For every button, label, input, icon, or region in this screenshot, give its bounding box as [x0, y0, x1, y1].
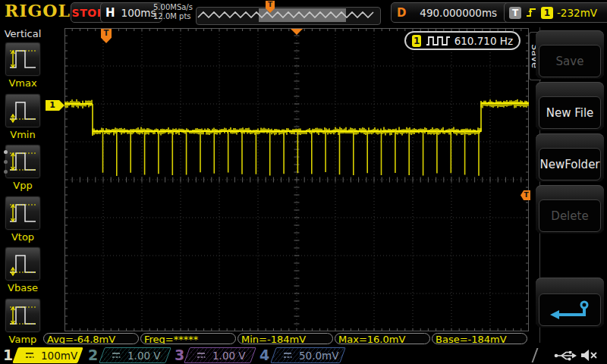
- left-menu-item-vbase[interactable]: Vbase: [0, 246, 46, 293]
- trigger-source-badge: 1: [541, 7, 553, 19]
- menu-page-dot-2: [4, 160, 8, 164]
- channel-2-scale: 1.00 V: [127, 350, 161, 362]
- measurement-results-row: Avg=-64.8mVFreq=*****Min=-184mVMax=16.0m…: [43, 333, 527, 344]
- vbase-button[interactable]: [5, 246, 41, 281]
- statusbar-divider: [532, 348, 539, 362]
- menu-item-label: Vmin: [10, 129, 35, 140]
- menu-item-label: Vpp: [13, 180, 32, 191]
- menu-slot: NewFolder: [536, 133, 604, 182]
- channel-1-scale: 100mV: [41, 350, 77, 362]
- dc-coupling-icon: [282, 351, 293, 359]
- record-waveform-preview: [197, 8, 379, 23]
- vpp-button[interactable]: [5, 144, 41, 179]
- left-menu-item-vmax[interactable]: Vmax: [0, 42, 46, 89]
- vmin-icon: [8, 96, 38, 125]
- menu-item-label: Vtop: [11, 231, 34, 243]
- left-menu-item-vmin[interactable]: Vmin: [0, 93, 46, 140]
- speaker-muted-icon: [580, 348, 599, 362]
- timebase-value: 100ms: [121, 7, 156, 19]
- trigger-level-value: -232mV: [557, 7, 597, 19]
- channel-2-tab[interactable]: 1.00 V: [102, 347, 168, 363]
- trigger-slope-rising-icon: [525, 6, 537, 19]
- channel-tab-content: 50.0mV: [273, 347, 343, 363]
- menu-item-label: Vamp: [9, 334, 37, 345]
- back-button-slot: [536, 278, 604, 328]
- back-button[interactable]: [539, 293, 601, 326]
- usb-icon: [554, 350, 578, 362]
- trigger-label: T: [509, 7, 521, 19]
- channel-2-number: 2: [88, 347, 98, 363]
- vmax-icon: [8, 45, 38, 74]
- left-menu-item-vamp[interactable]: Vamp: [0, 298, 46, 345]
- channel-4-tab[interactable]: 50.0mV: [273, 347, 343, 363]
- vbase-icon: [8, 249, 38, 278]
- trigger-status-box: T 1 -232mV: [504, 2, 607, 23]
- pulse-train-icon: [426, 34, 449, 47]
- channel-1-tab[interactable]: 100mV: [15, 347, 80, 363]
- counter-frequency-value: 610.710 Hz: [454, 35, 513, 47]
- graticule-and-waveform: [64, 28, 529, 331]
- oscilloscope-screen: RIGOL STOP H 100ms 5.00MSa/s 12.0M pts T…: [0, 0, 607, 364]
- channel-3-number: 3: [175, 347, 184, 363]
- frequency-counter: 1 610.710 Hz: [404, 31, 521, 50]
- measurement-readout: Avg=-64.8mV: [43, 333, 139, 344]
- acquisition-info: 5.00MSa/s 12.0M pts: [153, 3, 193, 21]
- channel-4-scale: 50.0mV: [299, 350, 338, 362]
- vamp-icon: [8, 301, 38, 330]
- softkey-new-file[interactable]: New File: [539, 96, 601, 129]
- channel-3-scale: 1.00 V: [212, 350, 246, 362]
- dc-coupling-icon: [196, 351, 206, 359]
- sample-rate: 5.00MSa/s: [153, 3, 193, 12]
- horizontal-label: H: [105, 6, 115, 20]
- measurement-readout: Min=-184mV: [237, 333, 333, 344]
- delay-box: D 490.000000ms: [391, 2, 511, 23]
- vmax-button[interactable]: [5, 42, 41, 77]
- vamp-button[interactable]: [5, 298, 41, 333]
- menu-slot: New File: [536, 82, 604, 130]
- delay-label: D: [397, 6, 406, 20]
- channel-3-tab[interactable]: 1.00 V: [187, 347, 253, 363]
- counter-channel-badge: 1: [412, 35, 421, 47]
- menu-slot: Save: [536, 30, 604, 79]
- dc-coupling-icon: [24, 351, 35, 359]
- menu-item-label: Vbase: [8, 282, 38, 293]
- vtop-icon: [8, 199, 38, 228]
- delay-value: 490.000000ms: [412, 7, 505, 19]
- menu-slot: Delete: [536, 185, 604, 234]
- channel-tab-content: 1.00 V: [102, 347, 168, 363]
- left-menu-title: Vertical: [0, 28, 46, 39]
- channel-1-number: 1: [3, 347, 13, 363]
- softkey-newfolder[interactable]: NewFolder: [539, 148, 601, 180]
- left-menu-item-vtop[interactable]: Vtop: [0, 196, 46, 243]
- menu-page-dot-1: [4, 150, 8, 154]
- channel-tab-content: 100mV: [15, 347, 80, 363]
- brand-logo: RIGOL: [5, 1, 71, 20]
- record-position-bar: [196, 7, 381, 25]
- dc-coupling-icon: [111, 351, 121, 359]
- memory-depth: 12.0M pts: [153, 12, 193, 21]
- measurement-readout: Max=16.0mV: [335, 333, 430, 344]
- vtop-button[interactable]: [5, 196, 41, 231]
- channel-tab-content: 1.00 V: [187, 347, 253, 363]
- menu-item-label: Vmax: [8, 77, 36, 89]
- screen-center-marker-icon: [291, 29, 303, 35]
- channel-4-number: 4: [259, 347, 269, 363]
- softkey-save: Save: [539, 45, 601, 77]
- measurement-readout: Base=-184mV: [432, 333, 527, 344]
- measurement-readout: Freq=*****: [140, 333, 236, 344]
- vmin-button[interactable]: [5, 93, 41, 128]
- vpp-icon: [8, 147, 38, 176]
- softkey-delete: Delete: [539, 199, 601, 232]
- menu-page-dot-3: [4, 170, 8, 174]
- channel1-ground-marker: 1: [46, 100, 64, 111]
- return-arrow-icon: [545, 298, 595, 322]
